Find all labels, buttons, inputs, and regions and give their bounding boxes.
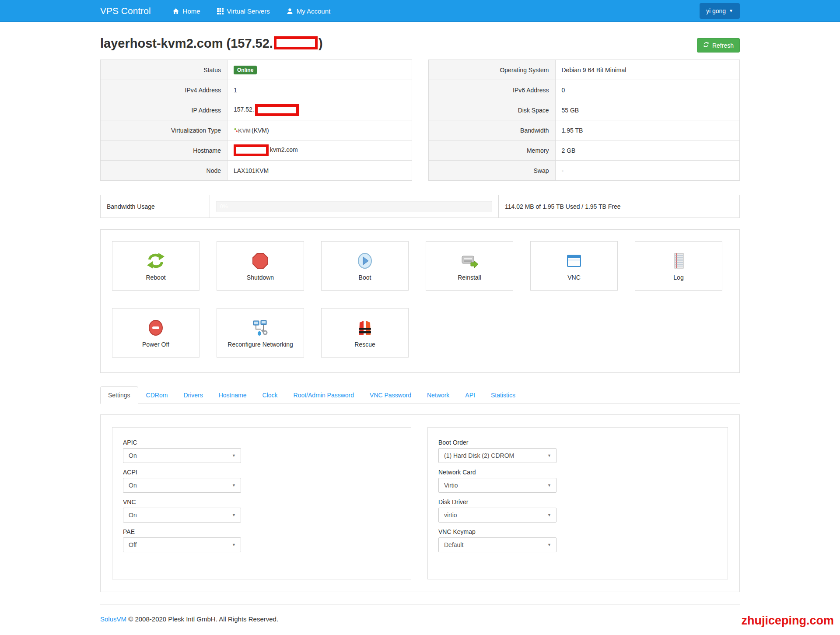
info-label: IPv4 Address (101, 80, 228, 100)
boot-button[interactable]: Boot (321, 241, 409, 291)
tab-clock[interactable]: Clock (255, 386, 286, 404)
info-label: Memory (428, 140, 555, 161)
refresh-button[interactable]: Refresh (697, 38, 740, 53)
nav-item-home[interactable]: Home (164, 0, 209, 22)
bandwidth-label: Bandwidth Usage (101, 195, 210, 218)
table-row: Disk Space 55 GB (428, 100, 740, 120)
tab-root-admin-password[interactable]: Root/Admin Password (286, 386, 362, 404)
info-value: Debian 9 64 Bit Minimal (555, 60, 740, 80)
settings-tabs: Settings CDRom Drivers Hostname Clock Ro… (100, 386, 740, 404)
settings-box-left: APIC On ▼ ACPI On ▼ VNC On (112, 427, 411, 579)
chevron-down-icon: ▼ (232, 543, 236, 547)
nav-item-my-account[interactable]: My Account (278, 0, 339, 22)
table-row: Bandwidth 1.95 TB (428, 120, 740, 140)
refresh-icon (703, 42, 709, 49)
server-info-section: Status Online IPv4 Address 1 IP Address … (100, 60, 740, 181)
ip-redaction-box (255, 104, 299, 116)
tab-statistics[interactable]: Statistics (483, 386, 523, 404)
apic-select[interactable]: On ▼ (123, 448, 241, 463)
table-row: Operating System Debian 9 64 Bit Minimal (428, 60, 740, 80)
vnc-select[interactable]: On ▼ (123, 508, 241, 523)
disk-driver-select[interactable]: virtio ▼ (438, 508, 556, 523)
action-label: Reconfigure Networking (228, 341, 293, 348)
network-card-select[interactable]: Virtio ▼ (438, 478, 556, 493)
chevron-down-icon: ▼ (547, 453, 551, 458)
hostname-redaction-box (234, 144, 269, 156)
info-value: LAX101KVM (228, 161, 412, 181)
pae-select[interactable]: Off ▼ (123, 537, 241, 552)
info-value: 0 (555, 80, 740, 100)
user-icon (287, 8, 293, 14)
watermark: zhujiceping.com (741, 614, 834, 628)
actions-panel: Reboot Shutdown Boot (100, 229, 740, 373)
rescue-button[interactable]: Rescue (321, 308, 409, 358)
reinstall-icon (460, 251, 479, 270)
vnc-button[interactable]: VNC (530, 241, 618, 291)
tab-drivers[interactable]: Drivers (175, 386, 210, 404)
field-label: VNC (123, 498, 400, 505)
tab-vnc-password[interactable]: VNC Password (362, 386, 419, 404)
info-label: Virtualization Type (101, 120, 228, 140)
log-button[interactable]: Log (635, 241, 722, 291)
reboot-button[interactable]: Reboot (112, 241, 200, 291)
table-row: Status Online (101, 60, 412, 80)
hostname-suffix: kvm2.com (270, 146, 298, 153)
power-off-button[interactable]: Power Off (112, 308, 200, 358)
table-row: Virtualization Type KVM(KVM) (101, 120, 412, 140)
info-value: 2 GB (555, 140, 740, 161)
info-label: Disk Space (428, 100, 555, 120)
shutdown-button[interactable]: Shutdown (217, 241, 304, 291)
boot-order-select[interactable]: (1) Hard Disk (2) CDROM ▼ (438, 448, 556, 463)
bandwidth-usage-row: Bandwidth Usage 0% 114.02 MB of 1.95 TB … (100, 195, 740, 218)
table-row: IPv6 Address 0 (428, 80, 740, 100)
field-label: VNC Keymap (438, 528, 717, 535)
page-head: layerhost-kvm2.com (157.52.) Refresh (100, 36, 740, 53)
tab-settings[interactable]: Settings (100, 386, 138, 404)
vnc-keymap-select[interactable]: Default ▼ (438, 537, 556, 552)
nav-item-virtual-servers[interactable]: Virtual Servers (209, 0, 278, 22)
info-label: Operating System (428, 60, 555, 80)
info-value: - (555, 161, 740, 181)
acpi-select[interactable]: On ▼ (123, 478, 241, 493)
info-value: 1.95 TB (555, 120, 740, 140)
info-value: 157.52. (228, 100, 412, 120)
refresh-label: Refresh (712, 42, 734, 49)
table-row: Swap - (428, 161, 740, 181)
brand-title[interactable]: VPS Control (100, 6, 151, 16)
disk-driver-field: Disk Driver virtio ▼ (438, 498, 717, 523)
footer-copyright: © 2008-2020 Plesk Intl GmbH. All Rights … (128, 615, 278, 623)
status-badge: Online (234, 66, 257, 74)
action-label: Reboot (146, 274, 165, 281)
tab-api[interactable]: API (457, 386, 483, 404)
info-value: 1 (228, 80, 412, 100)
table-row: IPv4 Address 1 (101, 80, 412, 100)
field-label: Disk Driver (438, 498, 717, 505)
info-value: 55 GB (555, 100, 740, 120)
reinstall-button[interactable]: Reinstall (426, 241, 513, 291)
tab-network[interactable]: Network (419, 386, 457, 404)
vnc-icon (565, 251, 583, 270)
select-value: On (129, 452, 137, 459)
tab-hostname[interactable]: Hostname (211, 386, 255, 404)
chevron-down-icon: ▼ (729, 9, 733, 13)
top-navbar: VPS Control Home Virtual Servers (0, 0, 840, 22)
select-value: On (129, 512, 137, 519)
user-menu-button[interactable]: yi gong ▼ (700, 3, 740, 19)
action-label: Rescue (354, 341, 375, 348)
select-value: Virtio (444, 482, 458, 489)
bandwidth-progress-bar: 0% (216, 201, 492, 212)
reconfigure-networking-button[interactable]: Reconfigure Networking (217, 308, 304, 358)
solusvm-link[interactable]: SolusVM (100, 615, 126, 623)
info-label: Bandwidth (428, 120, 555, 140)
server-info-table-right: Operating System Debian 9 64 Bit Minimal… (428, 60, 740, 181)
action-label: Log (673, 274, 683, 281)
table-row: Node LAX101KVM (101, 161, 412, 181)
field-label: Boot Order (438, 439, 717, 446)
settings-panel: APIC On ▼ ACPI On ▼ VNC On (100, 414, 740, 592)
nav-item-label: Virtual Servers (227, 7, 270, 15)
info-value: KVM(KVM) (228, 120, 412, 140)
bandwidth-percent: 0% (216, 201, 492, 212)
action-label: Power Off (142, 341, 169, 348)
tab-cdrom[interactable]: CDRom (138, 386, 176, 404)
select-value: On (129, 482, 137, 489)
